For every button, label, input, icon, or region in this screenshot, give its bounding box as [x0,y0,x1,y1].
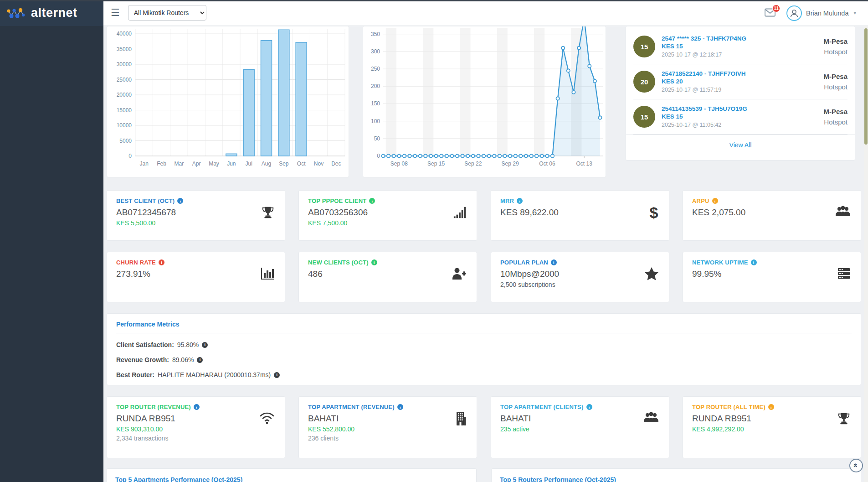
info-icon[interactable]: i [274,372,280,378]
daily-transactions-chart-card: 050100150200250300350Sep 08Sep 15Sep 22S… [363,26,606,177]
svg-text:15000: 15000 [117,107,132,114]
svg-text:5000: 5000 [119,138,132,144]
top-pppoe-amount: KES 7,500.00 [308,219,467,227]
transaction-timestamp: 2025-10-17 @ 12:18:17 [662,52,823,58]
info-icon[interactable]: i [712,198,718,204]
svg-text:$: $ [650,205,658,221]
top-router-alltime-card: TOP ROUTER (ALL TIME)i RUNDA RB951 KES 4… [683,396,861,458]
server-icon [837,267,851,280]
top-navbar: ☰ All Mikrotik Routers 11 Brian Mulunda … [103,0,868,26]
brand-molecule-icon [6,6,27,20]
building-icon [455,411,467,426]
info-icon[interactable]: i [159,259,164,265]
info-icon[interactable]: i [371,259,377,265]
popular-plan-value: 10Mbps@2000 [500,269,660,279]
notifications-button[interactable]: 11 [765,8,776,18]
svg-text:35000: 35000 [117,46,132,52]
scroll-to-top-button[interactable]: « [849,459,863,472]
top-router-name: RUNDA RB951 [116,414,276,424]
user-name: Brian Mulunda [806,10,849,17]
wifi-icon [259,411,275,424]
info-icon[interactable]: i [517,198,523,204]
info-icon[interactable]: i [177,198,183,204]
svg-text:Apr: Apr [192,161,201,167]
svg-text:Jan: Jan [139,161,148,167]
users-icon [835,205,851,218]
top-apartment-clients-card: TOP APARTMENT (CLIENTS)i BAHATI 235 acti… [491,396,669,458]
performance-metrics-panel: Performance Metrics Client Satisfaction:… [107,313,861,385]
info-icon[interactable]: i [397,404,403,410]
best-client-card: BEST CLIENT (OCT)i AB0712345678 KES 5,50… [107,190,285,241]
card-title: TOP ROUTER (REVENUE) [116,404,191,410]
svg-text:Jul: Jul [245,161,252,167]
top5-apartments-heading: Top 5 Apartments Performance (Oct-2025) [115,476,468,482]
top-apartment-amount: KES 552,800.00 [308,425,467,433]
transaction-link[interactable]: 2547 ***** 325 - TJHFK7P4NG KES 15 [662,35,823,51]
users-icon [643,411,659,424]
transaction-row: 15 254114135539 - TJH5U7O19G KES 15 2025… [633,99,847,135]
svg-text:50: 50 [374,135,380,142]
recent-transactions-panel: 15 2547 ***** 325 - TJHFK7P4NG KES 15 20… [626,26,855,161]
router-filter-select[interactable]: All Mikrotik Routers [128,5,206,21]
info-icon[interactable]: i [751,259,757,265]
trophy-icon [837,411,851,426]
scrollbar-thumb[interactable] [864,28,868,145]
svg-text:Sep 29: Sep 29 [502,161,519,167]
svg-text:200: 200 [371,83,380,89]
arpu-card: ARPUi KES 2,075.00 [683,190,861,241]
top-router-revenue-card: TOP ROUTER (REVENUE)i RUNDA RB951 KES 90… [107,396,285,458]
top-apartment-clients: 236 clients [308,435,467,442]
transaction-timestamp: 2025-10-17 @ 11:57:19 [662,87,823,93]
trophy-icon [261,205,275,220]
info-icon[interactable]: i [369,198,375,204]
card-title: POPULAR PLAN [500,259,548,266]
svg-text:0: 0 [377,153,380,159]
info-icon[interactable]: i [551,259,557,265]
svg-text:Nov: Nov [314,161,324,167]
info-icon[interactable]: i [768,404,774,410]
performance-metrics-heading: Performance Metrics [116,321,852,333]
svg-text:Dec: Dec [331,161,341,167]
transaction-link[interactable]: 254114135539 - TJH5U7O19G KES 15 [662,105,823,121]
new-clients-card: NEW CLIENTS (OCT)i 486 [298,252,477,302]
svg-text:Sep: Sep [279,161,289,167]
mrr-value: KES 89,622.00 [500,207,660,218]
top-apartment-revenue-card: TOP APARTMENT (REVENUE)i BAHATI KES 552,… [298,396,477,458]
service-type: Hotspot [823,83,847,91]
brand-name: alternet [31,6,77,20]
transaction-link[interactable]: 254718522140 - TJHFF7OIVH KES 20 [662,70,823,86]
user-menu[interactable]: Brian Mulunda ▾ [786,5,856,21]
card-title: MRR [500,197,514,204]
svg-text:150: 150 [371,100,380,107]
transaction-row: 20 254718522140 - TJHFF7OIVH KES 20 2025… [633,64,847,99]
top-apartment-active: 235 active [500,425,660,433]
page-scrollbar[interactable] [864,26,868,482]
arpu-value: KES 2,075.00 [692,207,852,218]
info-icon[interactable]: i [194,404,200,410]
svg-text:Oct 13: Oct 13 [576,161,592,167]
view-all-link[interactable]: View All [729,141,752,149]
transaction-amount-badge: 20 [633,71,655,93]
info-icon[interactable]: i [197,357,203,363]
card-title: TOP APARTMENT (CLIENTS) [500,404,584,410]
popular-plan-card: POPULAR PLANi 10Mbps@2000 2,500 subscrip… [491,252,669,302]
svg-text:Aug: Aug [262,161,271,167]
card-title: CHURN RATE [116,259,156,266]
svg-text:0: 0 [128,153,132,159]
top-router-transactions: 2,334 transactions [116,435,276,442]
sidebar-toggle-icon[interactable]: ☰ [111,7,120,19]
info-icon[interactable]: i [202,342,208,348]
payment-method: M-Pesa [823,73,847,80]
svg-text:250: 250 [371,66,380,72]
dollar-icon: $ [649,205,659,222]
app-logo[interactable]: alternet [0,0,103,26]
notification-badge: 11 [772,5,780,12]
service-type: Hotspot [823,48,847,56]
service-type: Hotspot [823,118,847,126]
person-icon [789,8,799,18]
svg-text:300: 300 [371,48,380,55]
bar-chart-icon [260,267,275,280]
svg-text:May: May [209,161,219,167]
info-icon[interactable]: i [586,404,592,410]
svg-text:Jun: Jun [227,161,236,167]
